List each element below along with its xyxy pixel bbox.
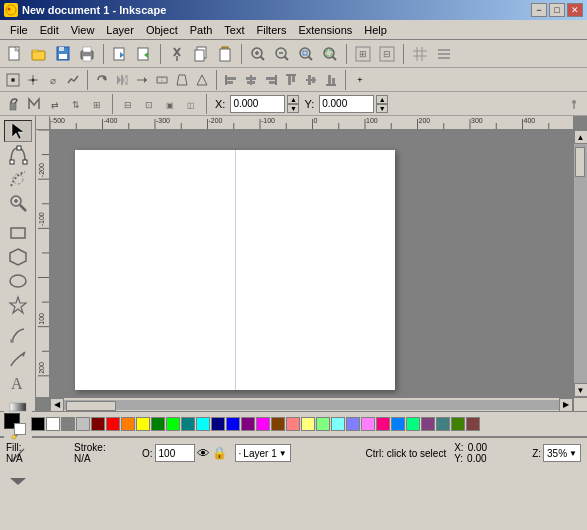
palette-color-10[interactable] <box>181 417 195 431</box>
menu-item-filters[interactable]: Filters <box>251 22 293 38</box>
opacity-field[interactable]: 100 <box>155 444 195 462</box>
snap-btn-2[interactable] <box>24 71 42 89</box>
align-center[interactable] <box>242 71 260 89</box>
pen-tool-button[interactable] <box>4 348 32 370</box>
menu-item-text[interactable]: Text <box>218 22 250 38</box>
circle-tool-button[interactable] <box>4 270 32 292</box>
snap-btn-3[interactable]: ⌀ <box>44 71 62 89</box>
palette-color-9[interactable] <box>166 417 180 431</box>
y-up-button[interactable]: ▲ <box>376 95 388 104</box>
stroke-fill-indicator[interactable] <box>4 413 26 435</box>
more-t1[interactable]: ⊟ <box>119 95 137 113</box>
zoom-out-button[interactable] <box>271 43 293 65</box>
print-button[interactable] <box>76 43 98 65</box>
tweak-tool-button[interactable] <box>4 168 32 190</box>
palette-color-29[interactable] <box>466 417 480 431</box>
import-button[interactable] <box>109 43 131 65</box>
y-input[interactable] <box>319 95 374 113</box>
rotate-btn[interactable] <box>93 71 111 89</box>
zoom-tool-button[interactable] <box>4 192 32 214</box>
more-btn-c[interactable] <box>173 71 191 89</box>
mirror-btn[interactable] <box>113 71 131 89</box>
x-down-button[interactable]: ▼ <box>287 104 299 113</box>
stroke-color-box[interactable] <box>14 423 26 435</box>
palette-color-8[interactable] <box>151 417 165 431</box>
palette-color-24[interactable] <box>391 417 405 431</box>
menu-item-object[interactable]: Object <box>140 22 184 38</box>
cut-button[interactable] <box>166 43 188 65</box>
flip-h-btn[interactable]: ⇄ <box>46 95 64 113</box>
menu-item-help[interactable]: Help <box>358 22 393 38</box>
palette-color-16[interactable] <box>271 417 285 431</box>
node-tool-button[interactable] <box>4 144 32 166</box>
palette-color-11[interactable] <box>196 417 210 431</box>
y-down-button[interactable]: ▼ <box>376 104 388 113</box>
palette-color-2[interactable] <box>61 417 75 431</box>
scroll-right-button[interactable]: ▶ <box>559 398 573 412</box>
x-input[interactable] <box>230 95 285 113</box>
palette-color-26[interactable] <box>421 417 435 431</box>
scroll-track-h[interactable] <box>64 400 559 410</box>
maximize-button[interactable]: □ <box>549 3 565 17</box>
star-tool-button[interactable] <box>4 294 32 316</box>
menu-item-view[interactable]: View <box>65 22 101 38</box>
zoom-fit-button[interactable] <box>295 43 317 65</box>
scroll-thumb-h[interactable] <box>66 401 116 411</box>
palette-color-28[interactable] <box>451 417 465 431</box>
zoom-in-button[interactable] <box>247 43 269 65</box>
more-end-btn[interactable] <box>565 95 583 113</box>
paste-button[interactable] <box>214 43 236 65</box>
zoom-sel-button[interactable] <box>319 43 341 65</box>
more-t3[interactable]: ▣ <box>161 95 179 113</box>
snap-btn-1[interactable] <box>4 71 22 89</box>
palette-color-21[interactable] <box>346 417 360 431</box>
more-t4[interactable]: ◫ <box>182 95 200 113</box>
copy-button[interactable] <box>190 43 212 65</box>
rect-tool-button[interactable] <box>4 222 32 244</box>
palette-color-20[interactable] <box>331 417 345 431</box>
save-button[interactable] <box>52 43 74 65</box>
node-btn-2[interactable] <box>25 95 43 113</box>
text-tool-button[interactable]: A <box>4 372 32 394</box>
palette-color-3[interactable] <box>76 417 90 431</box>
more-btn-a[interactable] <box>133 71 151 89</box>
lines-button[interactable] <box>433 43 455 65</box>
menu-item-layer[interactable]: Layer <box>100 22 140 38</box>
menu-item-file[interactable]: File <box>4 22 34 38</box>
scroll-left-button[interactable]: ◀ <box>50 398 64 412</box>
copy2-button[interactable]: ⊞ <box>352 43 374 65</box>
more-btn-b[interactable] <box>153 71 171 89</box>
palette-color-12[interactable] <box>211 417 225 431</box>
tools-expand-button[interactable] <box>4 468 32 494</box>
ungroup-btn[interactable]: ⊞ <box>88 95 106 113</box>
palette-color-0[interactable] <box>31 417 45 431</box>
hex-tool-button[interactable] <box>4 246 32 268</box>
scroll-track-v[interactable] <box>574 144 588 383</box>
select-tool-button[interactable] <box>4 120 32 142</box>
palette-color-19[interactable] <box>316 417 330 431</box>
close-button[interactable]: ✕ <box>567 3 583 17</box>
more-btn-d[interactable] <box>193 71 211 89</box>
palette-color-18[interactable] <box>301 417 315 431</box>
flip-v-btn[interactable]: ⇅ <box>67 95 85 113</box>
align-left[interactable] <box>222 71 240 89</box>
palette-color-27[interactable] <box>436 417 450 431</box>
open-button[interactable] <box>28 43 50 65</box>
menu-item-extensions[interactable]: Extensions <box>292 22 358 38</box>
zoom-dropdown[interactable]: 35% ▼ <box>543 444 581 462</box>
palette-color-6[interactable] <box>121 417 135 431</box>
palette-color-4[interactable] <box>91 417 105 431</box>
more-btn-e[interactable]: + <box>351 71 369 89</box>
grid-button[interactable] <box>409 43 431 65</box>
palette-color-13[interactable] <box>226 417 240 431</box>
scroll-down-button[interactable]: ▼ <box>574 383 588 397</box>
more-t2[interactable]: ⊡ <box>140 95 158 113</box>
eye-icon[interactable]: 👁 <box>197 446 210 461</box>
new-button[interactable] <box>4 43 26 65</box>
menu-item-path[interactable]: Path <box>184 22 219 38</box>
export-button[interactable] <box>133 43 155 65</box>
palette-color-7[interactable] <box>136 417 150 431</box>
canvas-area[interactable] <box>50 130 573 397</box>
align-right[interactable] <box>262 71 280 89</box>
layer-dropdown[interactable]: · Layer 1 ▼ <box>235 444 291 462</box>
